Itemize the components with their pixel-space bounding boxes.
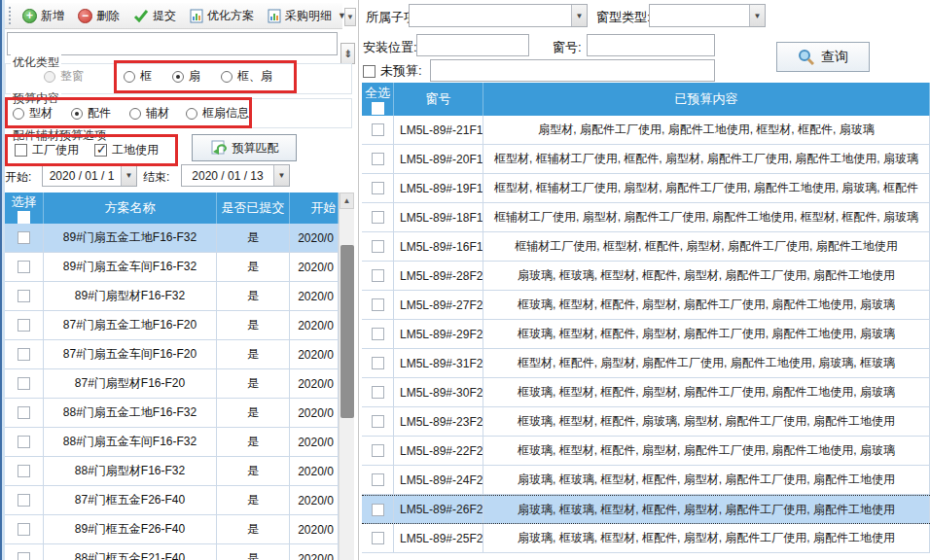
end-date-picker[interactable]: 2020 / 01 / 13 ▼ — [181, 164, 290, 187]
row-checkbox[interactable] — [372, 328, 384, 340]
delete-button[interactable]: − 删除 — [74, 6, 124, 26]
row-checkbox[interactable] — [18, 406, 30, 419]
row-select-cell[interactable] — [362, 232, 394, 261]
plan-row[interactable]: 88#门扇五金车间F16-F32是2020/0 — [5, 428, 354, 457]
row-select-cell[interactable] — [5, 399, 44, 427]
row-checkbox[interactable] — [18, 319, 30, 332]
row-checkbox[interactable] — [372, 211, 384, 224]
start-date-picker[interactable]: 2020 / 01 / 1 ▼ — [42, 164, 137, 187]
add-button[interactable]: + 新增 — [18, 6, 68, 26]
row-checkbox[interactable] — [18, 290, 30, 302]
select-column-header[interactable]: 选择 — [5, 192, 44, 224]
plan-row[interactable]: 89#门扇五金工地F16-F32是2020/0 — [5, 224, 354, 253]
row-checkbox[interactable] — [372, 504, 384, 516]
row-checkbox[interactable] — [372, 415, 384, 428]
window-no-column-header[interactable]: 窗号 — [394, 83, 483, 116]
row-select-cell[interactable] — [5, 311, 44, 339]
query-button[interactable]: 查询 — [776, 42, 870, 72]
window-row[interactable]: LM5L-89#-31F29框型材, 框配件, 扇型材, 扇配件工厂使用, 扇配… — [362, 349, 930, 378]
window-row[interactable]: LM5L-89#-30F28框玻璃, 框型材, 框配件, 扇型材, 扇配件工厂使… — [362, 378, 930, 407]
budgeted-content-column-header[interactable]: 已预算内容 — [483, 83, 930, 116]
row-select-cell[interactable] — [362, 320, 394, 348]
plan-row[interactable]: 88#门扇五金工地F16-F32是2020/0 — [5, 399, 354, 428]
row-checkbox[interactable] — [18, 231, 30, 244]
row-select-cell[interactable] — [362, 116, 394, 144]
radio-option[interactable]: 辅材 — [129, 105, 169, 122]
window-row[interactable]: LM5L-89#-28F26扇玻璃, 框玻璃, 框型材, 框配件, 扇型材, 扇… — [362, 262, 930, 291]
plan-row[interactable]: 87#门扇型材F16-F20是2020/0 — [5, 369, 354, 399]
window-row[interactable]: LM5L-89#-19F17框型材, 框辅材工厂使用, 扇型材, 扇配件工厂使用… — [362, 174, 930, 203]
install-position-input[interactable] — [416, 34, 529, 56]
window-row[interactable]: LM5L-89#-25F23扇玻璃, 框玻璃, 框型材, 框配件, 扇型材, 扇… — [362, 524, 930, 553]
row-checkbox[interactable] — [18, 436, 30, 448]
row-checkbox[interactable] — [18, 552, 30, 560]
window-row[interactable]: LM5L-89#-22F20框玻璃, 框型材, 框配件, 扇型材, 扇配件工厂使… — [362, 437, 930, 466]
scrollbar-thumb[interactable] — [340, 245, 354, 418]
row-select-cell[interactable] — [362, 378, 394, 406]
window-row[interactable]: LM5L-89#-29F27框玻璃, 框型材, 框配件, 扇型材, 扇配件工厂使… — [362, 320, 930, 349]
row-select-cell[interactable] — [5, 486, 44, 514]
optimize-plan-button[interactable]: 优化方案 — [186, 6, 258, 26]
plan-name-column-header[interactable]: 方案名称 — [44, 192, 217, 224]
radio-option[interactable]: 框、扇 — [221, 68, 272, 85]
row-select-cell[interactable] — [5, 369, 44, 398]
plan-row[interactable]: 87#门框五金F26-F40是2020/0 — [5, 486, 354, 515]
end-date-dropdown-icon[interactable]: ▼ — [273, 165, 289, 186]
toolbar-overflow2-button[interactable]: ⇟ — [340, 43, 355, 64]
start-date-dropdown-icon[interactable]: ▼ — [121, 165, 136, 186]
checkbox-option[interactable]: 工地使用 — [94, 142, 159, 158]
radio-option[interactable]: 扇 — [172, 68, 200, 85]
plan-row[interactable]: 89#门扇五金车间F16-F32是2020/0 — [5, 253, 354, 282]
select-all-checkbox[interactable] — [18, 211, 30, 224]
row-checkbox[interactable] — [18, 377, 30, 390]
row-select-cell[interactable] — [5, 544, 44, 560]
row-checkbox[interactable] — [372, 269, 384, 282]
row-checkbox[interactable] — [372, 182, 384, 194]
row-select-cell[interactable] — [5, 253, 44, 281]
row-checkbox[interactable] — [372, 298, 384, 311]
plan-row[interactable]: 89#门框五金F26-F40是2020/0 — [5, 515, 354, 544]
row-select-cell[interactable] — [5, 428, 44, 456]
sub-item-dropdown-icon[interactable]: ▼ — [571, 5, 587, 26]
plan-row[interactable]: 87#门扇五金车间F16-F20是2020/0 — [5, 340, 354, 369]
toolbar-overflow-button[interactable]: ▼ — [344, 8, 356, 26]
row-checkbox[interactable] — [372, 473, 384, 486]
unbudgeted-input[interactable] — [430, 59, 715, 82]
row-checkbox[interactable] — [18, 348, 30, 361]
budget-match-button[interactable]: 预算匹配 — [192, 134, 297, 161]
window-row[interactable]: LM5L-89#-18F16框辅材工厂使用, 扇型材, 扇配件工厂使用, 扇配件… — [362, 203, 930, 232]
scroll-up-icon[interactable]: ▲ — [340, 192, 354, 209]
sub-item-select[interactable]: ▼ — [409, 4, 588, 27]
window-row[interactable]: LM5L-89#-16F15框辅材工厂使用, 框型材, 框配件, 扇型材, 扇配… — [362, 232, 930, 262]
purchase-detail-button[interactable]: 采购明细 ▼ — [264, 6, 350, 26]
row-select-cell[interactable] — [362, 466, 394, 494]
row-select-cell[interactable] — [362, 262, 394, 290]
plan-filter-input[interactable] — [7, 32, 338, 55]
row-checkbox[interactable] — [18, 523, 30, 536]
row-select-cell[interactable] — [362, 291, 394, 319]
radio-option[interactable]: 配件 — [71, 105, 111, 122]
start-column-header[interactable]: 开始 — [290, 192, 339, 224]
row-checkbox[interactable] — [372, 153, 384, 165]
window-row[interactable]: LM5L-89#-26F24扇玻璃, 框玻璃, 框型材, 框配件, 扇型材, 扇… — [362, 495, 930, 524]
row-select-cell[interactable] — [362, 496, 394, 523]
checkbox-option[interactable]: 工厂使用 — [15, 142, 79, 158]
row-select-cell[interactable] — [362, 407, 394, 436]
row-checkbox[interactable] — [372, 123, 384, 136]
row-checkbox[interactable] — [372, 240, 384, 253]
select-all-column-header[interactable]: 全选 — [362, 83, 394, 116]
select-all-checkbox[interactable] — [372, 102, 384, 115]
row-select-cell[interactable] — [5, 224, 44, 252]
row-select-cell[interactable] — [362, 174, 394, 202]
radio-option[interactable]: 框 — [124, 68, 152, 85]
toolbar-grip-icon[interactable] — [9, 7, 11, 24]
row-checkbox[interactable] — [372, 444, 384, 457]
row-select-cell[interactable] — [362, 203, 394, 231]
row-checkbox[interactable] — [372, 532, 384, 544]
window-row[interactable]: LM5L-89#-27F25框玻璃, 框型材, 框配件, 扇型材, 扇配件工厂使… — [362, 291, 930, 320]
row-select-cell[interactable] — [5, 340, 44, 368]
row-select-cell[interactable] — [362, 349, 394, 377]
plan-row[interactable]: 87#门扇五金工地F16-F20是2020/0 — [5, 311, 354, 340]
row-select-cell[interactable] — [5, 457, 44, 485]
row-checkbox[interactable] — [18, 261, 30, 273]
